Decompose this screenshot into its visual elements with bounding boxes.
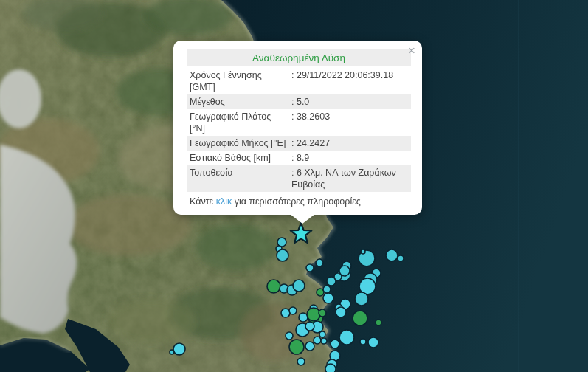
row-value: : 8.9 bbox=[291, 152, 408, 164]
popup-row: Γεωγραφικό Μήκος [°E]: 24.2427 bbox=[187, 136, 411, 151]
earthquake-marker[interactable] bbox=[360, 339, 366, 345]
earthquake-marker[interactable] bbox=[355, 292, 368, 306]
earthquake-marker[interactable] bbox=[289, 307, 297, 314]
earthquake-marker[interactable] bbox=[281, 309, 290, 317]
row-label: Γεωγραφικό Μήκος [°E] bbox=[190, 137, 291, 149]
popup-row: Εστιακό Βάθος [km]: 8.9 bbox=[187, 151, 411, 165]
earthquake-info-popup: × Αναθεωρημένη Λύση Χρόνος Γέννησης [GMT… bbox=[173, 41, 422, 215]
earthquake-marker[interactable] bbox=[339, 266, 350, 276]
earthquake-marker[interactable] bbox=[173, 343, 185, 355]
earthquake-marker[interactable] bbox=[325, 364, 336, 372]
tile-seam bbox=[518, 0, 519, 372]
earthquake-marker[interactable] bbox=[293, 280, 305, 292]
row-label: Τοποθεσία bbox=[190, 167, 291, 190]
footer-text-prefix: Κάντε bbox=[190, 196, 216, 207]
earthquake-marker[interactable] bbox=[305, 342, 314, 351]
row-label: Εστιακό Βάθος [km] bbox=[190, 152, 291, 164]
earthquake-marker[interactable] bbox=[277, 238, 286, 247]
earthquake-marker[interactable] bbox=[323, 293, 333, 303]
earthquake-marker[interactable] bbox=[323, 286, 331, 293]
earthquake-marker[interactable] bbox=[267, 280, 280, 293]
popup-rows: Χρόνος Γέννησης [GMT]: 29/11/2022 20:06:… bbox=[187, 68, 411, 192]
popup-row: Τοποθεσία: 6 Χλμ. ΝΑ των Ζαράκων Ευβοίας bbox=[187, 165, 411, 192]
popup-row: Μέγεθος: 5.0 bbox=[187, 94, 411, 109]
row-value: : 24.2427 bbox=[291, 137, 408, 149]
row-label: Γεωγραφικό Πλάτος [°N] bbox=[190, 111, 291, 134]
earthquake-marker[interactable] bbox=[386, 249, 398, 261]
footer-text-suffix: για περισσότερες πληροφορίες bbox=[232, 196, 361, 207]
row-label: Μέγεθος bbox=[190, 96, 291, 108]
row-value: : 38.2603 bbox=[291, 111, 408, 134]
earthquake-marker[interactable] bbox=[361, 249, 365, 254]
popup-row: Γεωγραφικό Πλάτος [°N]: 38.2603 bbox=[187, 109, 411, 136]
earthquake-marker[interactable] bbox=[353, 311, 367, 326]
earthquake-marker[interactable] bbox=[314, 337, 321, 344]
earthquake-marker[interactable] bbox=[307, 308, 320, 321]
row-label: Χρόνος Γέννησης [GMT] bbox=[190, 69, 291, 93]
earthquake-marker[interactable] bbox=[299, 313, 308, 322]
earthquake-marker[interactable] bbox=[289, 340, 304, 354]
earthquake-marker[interactable] bbox=[297, 358, 305, 365]
earthquake-marker[interactable] bbox=[170, 350, 174, 354]
earthquake-marker[interactable] bbox=[331, 340, 339, 348]
earthquake-marker[interactable] bbox=[306, 264, 314, 272]
popup-title: Αναθεωρημένη Λύση bbox=[187, 49, 411, 66]
earthquake-marker[interactable] bbox=[339, 330, 354, 345]
row-value: : 29/11/2022 20:06:39.18 bbox=[291, 69, 408, 93]
earthquake-marker[interactable] bbox=[376, 320, 381, 326]
earthquake-marker[interactable] bbox=[316, 259, 323, 266]
earthquake-marker[interactable] bbox=[277, 249, 288, 261]
popup-row: Χρόνος Γέννησης [GMT]: 29/11/2022 20:06:… bbox=[187, 68, 411, 94]
earthquake-marker[interactable] bbox=[319, 331, 325, 337]
earthquake-marker[interactable] bbox=[319, 309, 326, 317]
click-link[interactable]: κλικ bbox=[216, 196, 232, 207]
earthquake-marker[interactable] bbox=[286, 332, 293, 340]
earthquake-marker[interactable] bbox=[336, 307, 346, 317]
earthquake-marker[interactable] bbox=[398, 255, 404, 261]
earthquake-marker[interactable] bbox=[321, 338, 327, 344]
close-icon[interactable]: × bbox=[407, 43, 417, 58]
popup-tail bbox=[290, 214, 315, 224]
earthquake-marker[interactable] bbox=[305, 322, 314, 331]
row-value: : 5.0 bbox=[291, 96, 408, 108]
earthquake-marker[interactable] bbox=[368, 337, 378, 348]
earthquake-map-app: × Αναθεωρημένη Λύση Χρόνος Γέννησης [GMT… bbox=[0, 0, 588, 372]
popup-footer: Κάντε κλικ για περισσότερες πληροφορίες bbox=[187, 192, 411, 208]
row-value: : 6 Χλμ. ΝΑ των Ζαράκων Ευβοίας bbox=[291, 167, 408, 190]
